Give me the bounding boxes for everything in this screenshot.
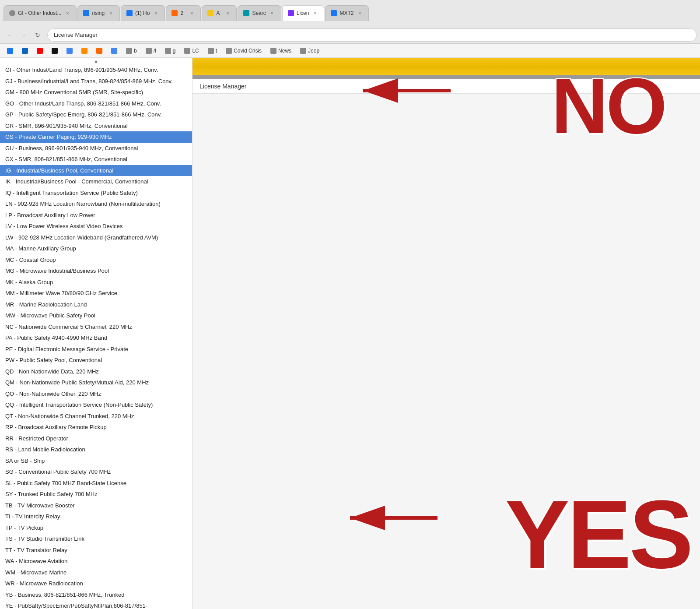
bookmark-7[interactable] [108,46,121,55]
list-item[interactable]: TB - TV Microwave Booster [0,500,192,511]
bookmark-12[interactable]: t [204,46,220,55]
list-item[interactable]: YE - PubSafty/SpecEmer/PubSaftyNtlPlan,8… [0,600,192,609]
arrow-bottom [346,505,442,532]
list-item[interactable]: SY - Trunked Public Safety 700 MHz [0,489,192,500]
bookmark-3[interactable] [48,46,61,55]
list-item[interactable]: IK - Industrial/Business Pool - Commerci… [0,176,192,187]
list-item[interactable]: LV - Low Power Wireless Assist Video Dev… [0,221,192,232]
list-item[interactable]: WA - Microwave Aviation [0,556,192,567]
tab-close-t3[interactable]: × [152,10,159,17]
bookmark-14[interactable]: News [267,46,295,55]
list-item[interactable]: WR - Microwave Radiolocation [0,578,192,589]
bookmark-0[interactable] [4,46,17,55]
list-item[interactable]: GR - SMR, 896-901/935-940 MHz, Conventio… [0,120,192,132]
tab-close-t6[interactable]: × [269,10,276,17]
list-item[interactable]: PW - Public Safety Pool, Conventional [0,355,192,366]
list-item[interactable]: RP - Broadcast Auxiliary Remote Pickup [0,422,192,433]
bookmark-icon-2 [37,48,43,54]
bookmark-13[interactable]: Covid Crisis [222,46,265,55]
tab-title-t4: 2 [180,10,186,16]
bookmark-9[interactable]: /l [142,46,160,55]
bookmark-2[interactable] [33,46,46,55]
list-item[interactable]: QO - Non-Nationwide Other, 220 MHz [0,388,192,400]
bookmark-label-14: News [278,48,291,54]
list-item[interactable]: GP - Public Safety/Spec Emerg, 806-821/8… [0,109,192,120]
list-item[interactable]: GX - SMR, 806-821/851-866 MHz, Conventio… [0,154,192,165]
list-item[interactable]: QM - Non-Nationwide Public Safety/Mutual… [0,377,192,388]
list-item[interactable]: GI - Other Indust/Land Transp, 896-901/9… [0,64,192,76]
browser-tabs-bar: GI - Other Indust...×rising×(1) Ho×2×A×S… [0,0,700,26]
list-item[interactable]: QT - Non-Nationwide 5 Channel Trunked, 2… [0,411,192,422]
tab-title-t6: Searc [252,10,266,16]
bookmark-15[interactable]: Jeep [297,46,323,55]
tab-t1[interactable]: GI - Other Indust...× [4,5,77,21]
tab-t6[interactable]: Searc× [238,5,281,21]
list-item[interactable]: TT - TV Translator Relay [0,545,192,556]
tab-t2[interactable]: rising× [77,5,120,21]
bookmark-6[interactable] [93,46,106,55]
bookmark-icon-11 [184,48,190,54]
tab-close-t8[interactable]: × [356,10,363,17]
bookmark-4[interactable] [63,46,76,55]
list-item[interactable]: GM - 800 MHz Conventional SMR (SMR, Site… [0,87,192,98]
list-item[interactable]: SL - Public Safety 700 MHZ Band-State Li… [0,478,192,489]
tab-close-t5[interactable]: × [224,10,231,17]
scroll-up-indicator: ▲ [0,58,192,64]
list-item[interactable]: LP - Broadcast Auxiliary Low Power [0,210,192,221]
list-item[interactable]: NC - Nationwide Commercial 5 Channel, 22… [0,321,192,333]
list-item[interactable]: IQ - Intelligent Transportation Service … [0,187,192,199]
tab-t3[interactable]: (1) Ho× [121,5,165,21]
bookmark-8[interactable]: b [122,46,140,55]
bookmark-label-12: t [216,48,217,54]
bookmark-icon-13 [226,48,232,54]
tab-favicon-t8 [331,10,337,16]
arrow-top [359,77,455,105]
list-item[interactable]: GS - Private Carrier Paging, 929-930 MHz [0,131,192,143]
address-input[interactable] [47,28,696,42]
forward-button[interactable]: → [18,29,30,41]
list-item[interactable]: PA - Public Safety 4940-4990 MHz Band [0,332,192,344]
tab-close-t1[interactable]: × [64,10,71,17]
bookmark-10[interactable]: g [161,46,179,55]
list-item[interactable]: MR - Marine Radiolocation Land [0,299,192,310]
tab-close-t4[interactable]: × [188,10,195,17]
list-item[interactable]: MA - Marine Auxiliary Group [0,243,192,254]
list-item[interactable]: MC - Coastal Group [0,254,192,266]
bookmark-1[interactable] [18,46,32,55]
list-item[interactable]: LN - 902-928 MHz Location Narrowband (No… [0,198,192,210]
tab-t8[interactable]: MXT2× [325,5,369,21]
list-item[interactable]: YB - Business, 806-821/851-866 MHz, Trun… [0,589,192,601]
list-item[interactable]: RR - Restricted Operator [0,433,192,444]
list-item[interactable]: MG - Microwave Industrial/Business Pool [0,265,192,277]
list-item[interactable]: GO - Other Indust/Land Transp, 806-821/8… [0,98,192,109]
list-item[interactable]: QD - Non-Nationwide Data, 220 MHz [0,366,192,377]
bookmark-5[interactable] [78,46,91,55]
list-item[interactable]: MW - Microwave Public Safety Pool [0,310,192,321]
list-item[interactable]: IG - Industrial/Business Pool, Conventio… [0,165,192,176]
list-item[interactable]: LW - 902-928 MHz Location Wideband (Gran… [0,232,192,243]
list-item[interactable]: TI - TV Intercity Relay [0,511,192,522]
tab-close-t2[interactable]: × [107,10,114,17]
list-item[interactable]: MM - Millimeter Wave 70/80/90 GHz Servic… [0,288,192,299]
tab-t4[interactable]: 2× [166,5,201,21]
list-item[interactable]: TP - TV Pickup [0,522,192,534]
list-item[interactable]: GJ - Business/Industrial/Land Trans, 809… [0,76,192,87]
tab-close-t7[interactable]: × [312,10,318,17]
list-item[interactable]: WM - Microwave Marine [0,567,192,578]
tab-favicon-t3 [126,10,133,16]
back-button[interactable]: ← [4,29,16,41]
list-item[interactable]: SG - Conventional Public Safety 700 MHz [0,466,192,478]
tab-t5[interactable]: A× [202,5,237,21]
list-item[interactable]: SA or SB - Ship [0,455,192,467]
list-item[interactable]: QQ - Intelligent Transportation Service … [0,399,192,411]
list-item[interactable]: PE - Digital Electronic Message Service … [0,344,192,355]
bookmark-11[interactable]: LC [181,46,202,55]
tab-favicon-t2 [83,10,89,16]
list-item[interactable]: GU - Business, 896-901/935-940 MHz, Conv… [0,143,192,154]
list-item[interactable]: RS - Land Mobile Radiolocation [0,444,192,455]
left-panel[interactable]: ▲ GI - Other Indust/Land Transp, 896-901… [0,58,192,609]
tab-t7[interactable]: Licen× [282,5,325,21]
list-item[interactable]: TS - TV Studio Transmitter Link [0,533,192,545]
list-item[interactable]: MK - Alaska Group [0,277,192,288]
reload-button[interactable]: ↻ [32,29,44,41]
